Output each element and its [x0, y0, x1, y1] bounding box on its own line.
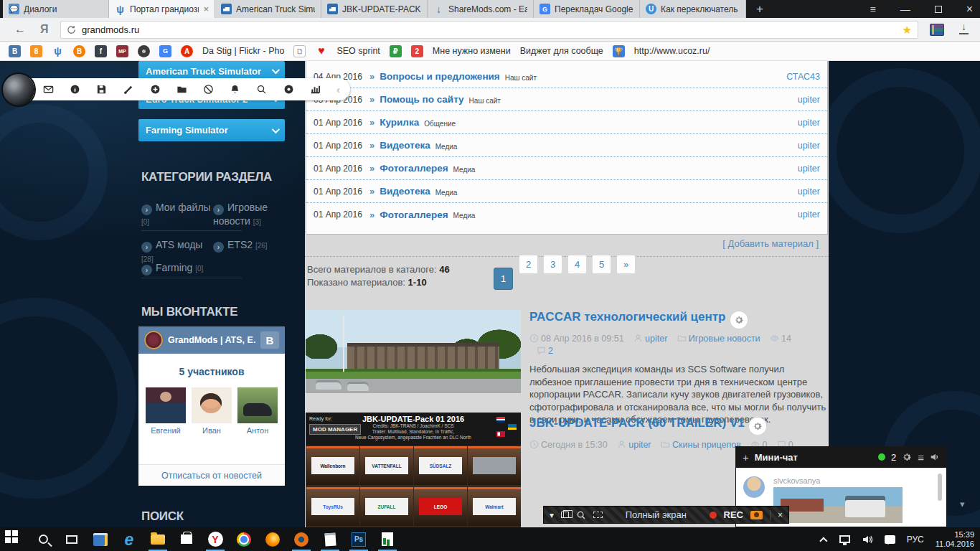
ucoz-psi-bookmark-icon[interactable]: ψ [52, 45, 64, 57]
list-item[interactable]: 01 Апр 2016» ВидеотекаМедиа upiter [306, 134, 827, 157]
vk-member[interactable]: Антон [237, 387, 278, 435]
url-text[interactable]: grandmods.ru [82, 24, 897, 35]
vk-widget-header[interactable]: GrandMods | ATS, E… В [138, 326, 285, 354]
block-icon[interactable] [203, 84, 214, 95]
bookmark-need-change[interactable]: Мне нужно измени [433, 46, 511, 56]
gear-icon[interactable] [730, 311, 748, 329]
chat-image-attachment[interactable] [773, 487, 903, 523]
disc-bookmark-icon[interactable] [138, 45, 150, 57]
tab-close-icon[interactable]: × [203, 4, 209, 14]
google-translate-bookmark-icon[interactable]: G [159, 45, 171, 57]
page-5[interactable]: 5 [592, 255, 611, 274]
list-item[interactable]: 01 Апр 2016» КурилкаОбщение upiter [306, 111, 827, 134]
list-item[interactable]: 04 Апр 2016» Вопросы и предложенияНаш са… [306, 65, 827, 88]
chat-scrollbar[interactable] [938, 474, 942, 501]
add-icon[interactable] [150, 84, 161, 95]
badge2-bookmark-icon[interactable]: 2 [411, 45, 423, 57]
article-banner[interactable]: JBK-UPDATE-Pack 01 2016 Credits: JBK-TRA… [306, 413, 521, 527]
reload-icon[interactable] [67, 25, 76, 34]
list-item[interactable]: 03 Апр 2016» Помощь по сайтуНаш сайт upi… [306, 88, 827, 111]
tab-ats[interactable]: American Truck Simu [215, 0, 321, 18]
chrome-icon[interactable] [230, 527, 258, 551]
windows-store-icon[interactable] [172, 527, 201, 551]
firefox-icon[interactable] [258, 527, 287, 551]
restore-icon[interactable] [935, 6, 942, 13]
add-material-link[interactable]: [ Добавить материал ] [722, 238, 819, 249]
edge-icon[interactable]: e [115, 527, 143, 551]
gear-icon[interactable] [902, 452, 912, 462]
recorder-close-icon[interactable]: × [778, 510, 783, 520]
member-name[interactable]: Иван [192, 426, 232, 435]
chat-username[interactable]: sivckovsanya [773, 476, 820, 485]
mini-chat-header[interactable]: + Мини-чат 2 ≡ [735, 446, 947, 468]
folder-icon[interactable] [176, 84, 187, 95]
downloads-icon[interactable] [958, 23, 970, 34]
tab-portal-active[interactable]: ψ Портал грандиозны × [109, 0, 215, 18]
taskbar-search-icon[interactable] [29, 527, 57, 551]
member-name[interactable]: Евгений [146, 426, 186, 435]
url-field[interactable]: grandmods.ru ★ [60, 21, 918, 39]
yandex-logo[interactable]: Я [40, 23, 49, 36]
member-name[interactable]: Антон [237, 426, 278, 435]
bookmark-ucoz-url[interactable]: http://www.ucoz.ru/ [634, 46, 710, 56]
vk-group-name[interactable]: GrandMods | ATS, E… [168, 335, 255, 345]
article-photo[interactable] [306, 310, 521, 393]
collapse-toolbar-icon[interactable]: ‹ [336, 83, 340, 95]
comments-link[interactable]: 2 [548, 346, 553, 356]
browser-menu-button[interactable]: ≡ [870, 4, 875, 15]
gear-icon[interactable] [749, 418, 766, 435]
notepad-icon[interactable] [316, 527, 344, 551]
page-4[interactable]: 4 [567, 255, 587, 274]
aliexpress-bookmark-icon[interactable]: A [181, 45, 193, 57]
ruble-bookmark-icon[interactable]: ₽ [390, 45, 402, 57]
stats-icon[interactable] [310, 84, 321, 95]
task-view-icon[interactable] [57, 527, 86, 551]
file-explorer-icon[interactable] [143, 527, 172, 551]
start-button[interactable] [0, 527, 29, 551]
page-1-active[interactable]: 1 [494, 268, 513, 290]
bookmark-widget[interactable]: Виджет для сообще [520, 46, 603, 56]
chat-menu-icon[interactable]: ≡ [918, 451, 924, 463]
bookmark-da-stig[interactable]: Da Stig | Flickr - Pho [202, 46, 284, 56]
vk-bookmark-icon[interactable]: B [9, 45, 21, 57]
list-item[interactable]: 01 Апр 2016» ФотогаллереяМедиа upiter [306, 157, 827, 180]
fullscreen-mode-label[interactable]: Полный экран [626, 509, 687, 520]
winrar-extension-icon[interactable] [930, 24, 944, 36]
vk-logo[interactable]: В [260, 331, 279, 349]
chat-add-icon[interactable]: + [743, 451, 749, 463]
scroll-down-icon[interactable]: ▾ [960, 499, 965, 509]
brush-icon[interactable] [123, 84, 134, 95]
camera-icon[interactable] [750, 511, 763, 519]
list-item[interactable]: 01 Апр 2016» ФотогаллереяМедиа upiter [306, 203, 827, 226]
system-app-icon[interactable] [86, 527, 115, 551]
article-title-link[interactable]: JBK-UPDATE-PACK (60 TRAILER) V1 [529, 416, 745, 430]
new-tab-button[interactable]: + [756, 2, 763, 17]
excel-icon[interactable] [373, 527, 402, 551]
flickr-bookmark-icon[interactable]: f [95, 45, 107, 57]
tray-expand-icon[interactable] [819, 537, 827, 545]
page-2[interactable]: 2 [519, 255, 538, 274]
save-icon[interactable] [96, 84, 107, 95]
magnifier-icon[interactable] [576, 510, 586, 520]
category-link[interactable]: Скины прицепов [672, 440, 741, 450]
info-icon[interactable] [70, 84, 80, 95]
tab-ucoz-help[interactable]: U Как переключатель [640, 0, 746, 18]
page-next[interactable]: » [616, 255, 636, 274]
action-center-icon[interactable] [885, 535, 895, 544]
clock[interactable]: 15:39 11.04.2016 [936, 530, 974, 549]
author-link[interactable]: upiter [628, 440, 651, 450]
back-icon[interactable]: ← [14, 23, 26, 36]
bookmark-seo-sprint[interactable]: SEO sprint [336, 46, 380, 56]
search-icon[interactable] [256, 84, 267, 95]
odnoklassniki-bookmark-icon[interactable]: 8 [30, 45, 42, 57]
rec-label[interactable]: REC [724, 509, 743, 520]
region-select-icon[interactable] [593, 512, 603, 518]
speaker-icon[interactable] [930, 452, 940, 462]
vk-unsubscribe-link[interactable]: Отписаться от новостей [138, 464, 285, 486]
photoshop-icon[interactable]: Ps [344, 527, 373, 551]
ucoz-app-icon[interactable] [287, 527, 316, 551]
tab-translate[interactable]: G Перекладач Google [534, 0, 640, 18]
page-3[interactable]: 3 [543, 255, 562, 274]
vk-member[interactable]: Евгений [146, 387, 186, 435]
admin-avatar[interactable] [3, 74, 34, 105]
